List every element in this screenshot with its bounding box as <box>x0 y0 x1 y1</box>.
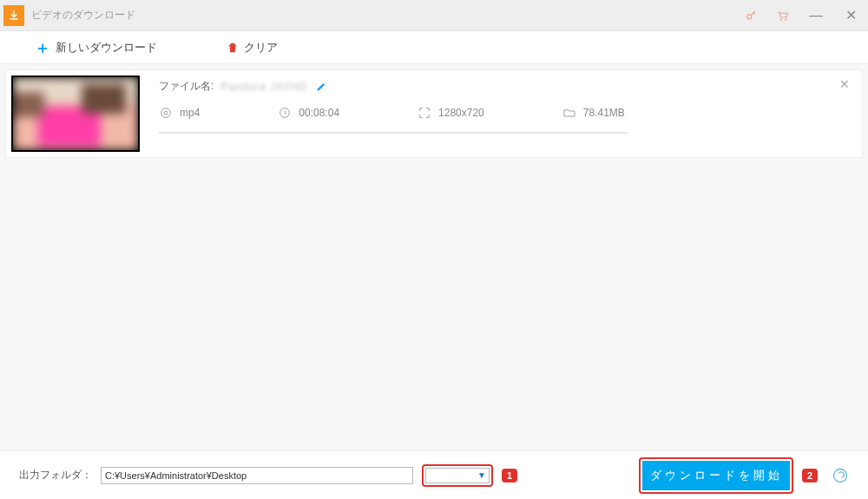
svg-point-0 <box>747 14 752 18</box>
trash-icon <box>227 42 239 54</box>
output-folder-input[interactable] <box>101 467 413 484</box>
meta-format: mp4 <box>159 106 200 120</box>
clock-icon <box>278 106 292 120</box>
meta-size: 78.41MB <box>562 106 625 120</box>
plus-icon: ＋ <box>35 40 50 56</box>
app-icon <box>3 5 24 26</box>
output-folder-label: 出力フォルダ： <box>19 468 92 483</box>
meta-duration: 00:08:04 <box>278 106 339 120</box>
edit-filename-icon[interactable] <box>315 81 327 93</box>
close-window-button[interactable]: ✕ <box>842 7 859 23</box>
cart-icon[interactable] <box>776 9 790 23</box>
step-badge-1: 1 <box>502 469 517 483</box>
folder-icon <box>562 106 576 120</box>
film-icon <box>159 106 173 120</box>
toolbar: ＋ 新しいダウンロード クリア <box>0 31 868 64</box>
progress-bar <box>159 132 628 134</box>
svg-point-1 <box>780 18 782 20</box>
size-value: 78.41MB <box>583 107 625 119</box>
format-value: mp4 <box>180 107 200 119</box>
download-item: ファイル名: Pandora JAVHD mp4 00:08:04 1280x7… <box>5 69 863 158</box>
svg-point-6 <box>834 469 847 482</box>
annotation-box-1: ▼ <box>422 464 493 487</box>
remove-item-button[interactable]: ✕ <box>839 77 850 91</box>
filename-value: Pandora JAVHD <box>220 81 307 93</box>
meta-row: mp4 00:08:04 1280x720 78.41MB <box>159 106 836 120</box>
title-actions: — ✕ <box>745 7 865 23</box>
key-icon[interactable] <box>745 9 759 23</box>
video-thumbnail <box>11 76 140 152</box>
minimize-button[interactable]: — <box>807 8 825 23</box>
new-download-label: 新しいダウンロード <box>56 40 157 56</box>
filename-label: ファイル名: <box>159 79 214 94</box>
start-download-button[interactable]: ダウンロードを開始 <box>642 461 790 490</box>
clear-button[interactable]: クリア <box>227 40 278 56</box>
svg-point-4 <box>164 111 168 115</box>
annotation-box-2: ダウンロードを開始 <box>639 457 793 494</box>
resolution-value: 1280x720 <box>438 107 484 119</box>
bottom-bar: 出力フォルダ： ▼ 1 ダウンロードを開始 2 <box>0 450 868 499</box>
meta-resolution: 1280x720 <box>418 106 484 120</box>
filename-row: ファイル名: Pandora JAVHD <box>159 79 836 94</box>
clear-label: クリア <box>244 40 278 56</box>
start-download-label: ダウンロードを開始 <box>650 468 783 483</box>
titlebar: ビデオのダウンロード — ✕ <box>0 0 868 31</box>
resolution-icon <box>418 106 431 120</box>
duration-value: 00:08:04 <box>299 107 339 119</box>
step-badge-2: 2 <box>802 469 818 483</box>
item-body: ファイル名: Pandora JAVHD mp4 00:08:04 1280x7… <box>140 76 853 152</box>
svg-point-3 <box>161 108 171 118</box>
svg-point-2 <box>785 18 786 20</box>
new-download-button[interactable]: ＋ 新しいダウンロード <box>35 40 157 56</box>
chevron-down-icon: ▼ <box>477 470 486 480</box>
overflow-circle-icon[interactable] <box>832 467 849 484</box>
output-folder-dropdown[interactable]: ▼ <box>425 468 490 483</box>
window-title: ビデオのダウンロード <box>31 8 745 23</box>
item-list: ファイル名: Pandora JAVHD mp4 00:08:04 1280x7… <box>0 64 868 163</box>
